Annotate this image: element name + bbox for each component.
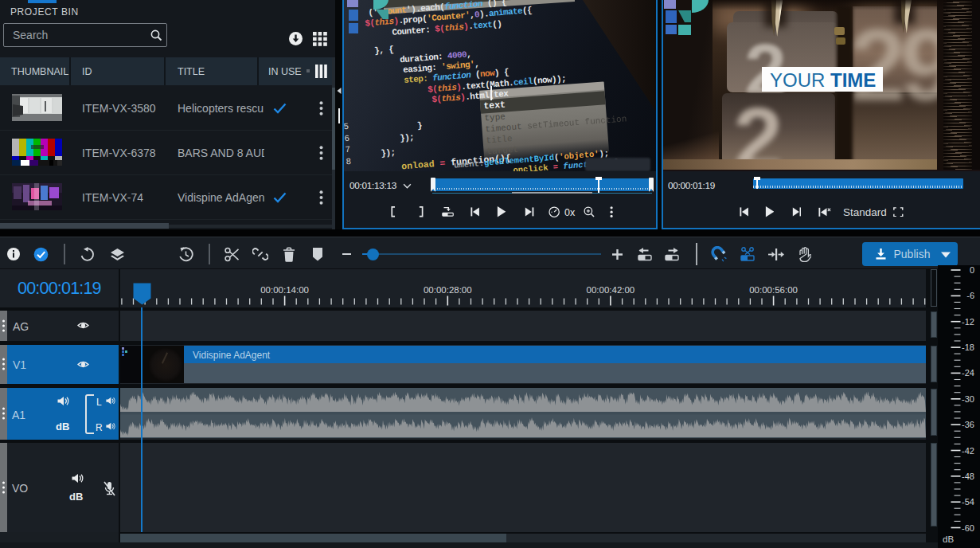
- svg-text:0: 0: [970, 265, 974, 275]
- svg-text:-48: -48: [962, 472, 974, 481]
- svg-text:00:00:14:00: 00:00:14:00: [260, 285, 309, 295]
- svg-text:-6: -6: [966, 291, 974, 300]
- svg-text:-42: -42: [962, 446, 974, 456]
- svg-text:-12: -12: [962, 317, 974, 327]
- svg-text:00:00:28:00: 00:00:28:00: [424, 285, 472, 295]
- svg-text:-60: -60: [962, 523, 974, 533]
- svg-text:-30: -30: [962, 394, 974, 404]
- svg-text:-24: -24: [962, 368, 974, 378]
- svg-text:-18: -18: [962, 342, 974, 352]
- svg-text:-54: -54: [962, 497, 974, 507]
- svg-text:00:00:56:00: 00:00:56:00: [749, 285, 798, 295]
- svg-text:-36: -36: [962, 420, 974, 429]
- svg-text:00:00:42:00: 00:00:42:00: [587, 285, 635, 295]
